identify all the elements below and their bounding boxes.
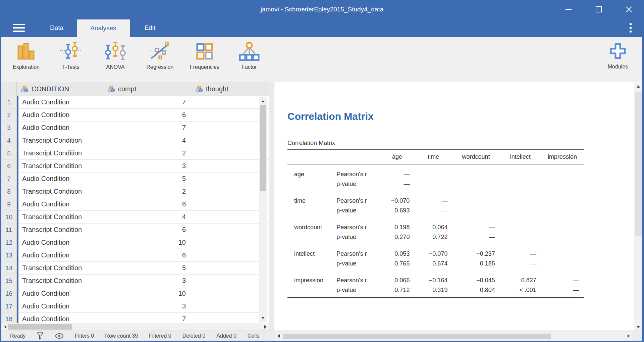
cell-condition[interactable]: Audio Condition xyxy=(17,173,103,185)
row-number[interactable]: 17 xyxy=(1,300,17,312)
cell-condition[interactable]: Transcript Condition xyxy=(17,211,103,223)
cell-compt[interactable]: 5 xyxy=(103,173,191,185)
column-header-condition[interactable]: CONDITION xyxy=(17,82,103,96)
row-number[interactable]: 8 xyxy=(1,185,17,198)
cell-thought[interactable] xyxy=(191,160,269,172)
cell-thought[interactable] xyxy=(191,173,269,185)
t-tests-button[interactable]: T-Tests xyxy=(52,42,90,70)
scroll-down-arrow[interactable] xyxy=(259,315,267,321)
cell-thought[interactable] xyxy=(191,147,269,159)
row-number[interactable]: 9 xyxy=(1,198,17,210)
cell-compt[interactable]: 4 xyxy=(103,211,191,223)
cell-compt[interactable]: 2 xyxy=(103,147,191,159)
cell-thought[interactable] xyxy=(191,96,269,108)
cell-thought[interactable] xyxy=(191,313,269,323)
cell-condition[interactable]: Audio Condition xyxy=(17,300,103,312)
cell-condition[interactable]: Audio Condition xyxy=(17,121,103,134)
cell-thought[interactable] xyxy=(191,185,269,198)
horizontal-scroll-thumb[interactable] xyxy=(8,324,72,330)
menu-button[interactable] xyxy=(9,19,28,37)
scroll-right-arrow[interactable] xyxy=(263,323,268,331)
tab-data[interactable]: Data xyxy=(37,19,77,37)
cell-thought[interactable] xyxy=(191,236,269,249)
tab-analyses[interactable]: Analyses xyxy=(77,19,130,37)
cell-condition[interactable]: Transcript Condition xyxy=(17,160,103,172)
results-horizontal-scrollbar[interactable] xyxy=(275,332,632,341)
factor-button[interactable]: Factor xyxy=(230,42,268,70)
row-number[interactable]: 14 xyxy=(1,262,17,274)
pane-divider[interactable] xyxy=(269,82,274,331)
column-header-compt[interactable]: compt xyxy=(103,82,191,96)
row-number[interactable]: 5 xyxy=(1,147,17,159)
anova-button[interactable]: ANOVA xyxy=(97,42,134,70)
cell-condition[interactable]: Transcript Condition xyxy=(17,147,103,159)
results-vertical-scrollbar[interactable] xyxy=(634,83,642,331)
cell-compt[interactable]: 7 xyxy=(103,96,191,108)
row-number[interactable]: 6 xyxy=(1,160,17,172)
cell-thought[interactable] xyxy=(191,300,269,312)
row-number[interactable]: 11 xyxy=(1,224,17,236)
cell-thought[interactable] xyxy=(191,275,269,287)
cell-thought[interactable] xyxy=(191,287,269,300)
cell-thought[interactable] xyxy=(191,249,269,261)
cell-compt[interactable]: 2 xyxy=(103,185,191,198)
spreadsheet-vertical-scrollbar[interactable] xyxy=(259,97,267,322)
spreadsheet-horizontal-scrollbar[interactable] xyxy=(1,323,269,331)
cell-condition[interactable]: Transcript Condition xyxy=(17,134,103,147)
cell-compt[interactable]: 5 xyxy=(103,262,191,274)
cell-compt[interactable]: 3 xyxy=(103,160,191,172)
cell-thought[interactable] xyxy=(191,198,269,210)
scroll-up-arrow[interactable] xyxy=(259,98,267,104)
frequencies-button[interactable]: Frequencies xyxy=(186,42,223,70)
vertical-scroll-thumb[interactable] xyxy=(635,92,642,236)
cell-compt[interactable]: 10 xyxy=(103,236,191,249)
horizontal-scroll-thumb[interactable] xyxy=(283,334,551,339)
cell-thought[interactable] xyxy=(191,134,269,147)
scroll-left-arrow[interactable] xyxy=(276,332,281,340)
cell-thought[interactable] xyxy=(191,224,269,236)
row-number[interactable]: 2 xyxy=(1,109,17,121)
cell-compt[interactable]: 6 xyxy=(103,224,191,236)
cell-condition[interactable]: Transcript Condition xyxy=(17,262,103,274)
minimize-button[interactable] xyxy=(553,0,584,19)
cell-condition[interactable]: Audio Condition xyxy=(17,287,103,300)
cell-condition[interactable]: Audio Condition xyxy=(17,313,103,323)
maximize-button[interactable] xyxy=(584,0,614,19)
row-number[interactable]: 3 xyxy=(1,121,17,134)
modules-button[interactable]: Modules xyxy=(600,42,635,70)
cell-compt[interactable]: 7 xyxy=(103,313,191,323)
cell-thought[interactable] xyxy=(191,262,269,274)
filter-button[interactable] xyxy=(37,332,44,340)
cell-condition[interactable]: Transcript Condition xyxy=(17,224,103,236)
cell-compt[interactable]: 10 xyxy=(103,287,191,300)
exploration-button[interactable]: Exploration xyxy=(7,42,45,70)
row-number[interactable]: 16 xyxy=(1,287,17,300)
cell-compt[interactable]: 4 xyxy=(103,134,191,147)
row-number[interactable]: 7 xyxy=(1,173,17,185)
scroll-right-arrow[interactable] xyxy=(626,332,631,340)
cell-condition[interactable]: Audio Condition xyxy=(17,198,103,210)
row-number[interactable]: 10 xyxy=(1,211,17,223)
cell-compt[interactable]: 7 xyxy=(103,121,191,134)
cell-compt[interactable]: 3 xyxy=(103,275,191,287)
row-number[interactable]: 1 xyxy=(1,96,17,108)
row-number[interactable]: 15 xyxy=(1,275,17,287)
cell-compt[interactable]: 6 xyxy=(103,109,191,121)
cell-condition[interactable]: Audio Condition xyxy=(17,96,103,108)
vertical-scroll-thumb[interactable] xyxy=(260,105,266,191)
cell-thought[interactable] xyxy=(191,109,269,121)
cell-condition[interactable]: Audio Condition xyxy=(17,249,103,261)
cell-condition[interactable]: Audio Condition xyxy=(17,236,103,249)
cell-condition[interactable]: Transcript Condition xyxy=(17,185,103,198)
cell-thought[interactable] xyxy=(191,211,269,223)
close-button[interactable] xyxy=(614,0,644,19)
row-number[interactable]: 13 xyxy=(1,249,17,261)
cell-condition[interactable]: Audio Condition xyxy=(17,109,103,121)
cell-compt[interactable]: 6 xyxy=(103,198,191,210)
scroll-up-arrow[interactable] xyxy=(634,83,642,89)
scroll-left-arrow[interactable] xyxy=(3,323,7,331)
row-number[interactable]: 18 xyxy=(1,313,17,323)
tab-edit[interactable]: Edit xyxy=(130,19,170,37)
column-header-thought[interactable]: thought xyxy=(191,82,269,96)
cell-thought[interactable] xyxy=(191,121,269,134)
